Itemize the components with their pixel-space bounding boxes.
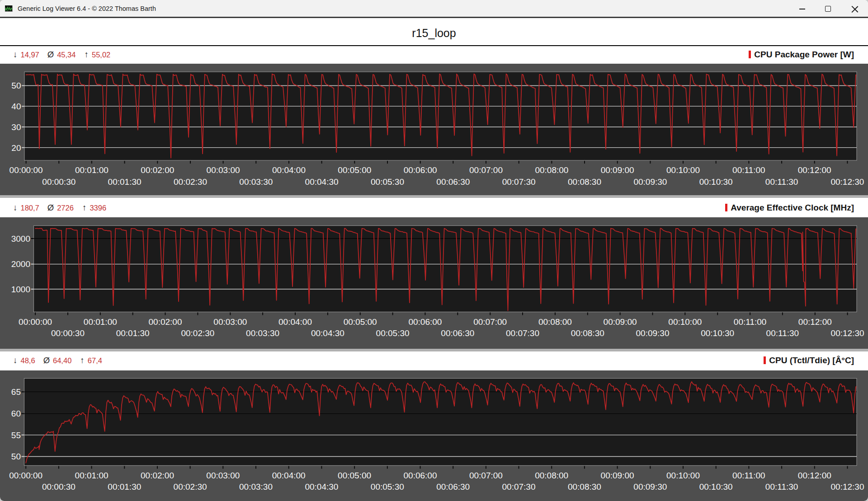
svg-text:55: 55	[11, 431, 21, 440]
svg-text:00:01:00: 00:01:00	[75, 471, 108, 480]
svg-text:40: 40	[11, 102, 21, 111]
svg-text:00:07:30: 00:07:30	[502, 177, 536, 187]
svg-text:1000: 1000	[11, 285, 30, 294]
svg-text:00:11:00: 00:11:00	[732, 165, 765, 175]
svg-text:00:02:30: 00:02:30	[181, 328, 214, 338]
svg-text:00:11:00: 00:11:00	[734, 317, 767, 327]
svg-text:00:02:30: 00:02:30	[174, 177, 207, 187]
svg-text:00:03:00: 00:03:00	[207, 165, 240, 175]
svg-text:00:07:30: 00:07:30	[506, 328, 539, 338]
svg-text:00:04:30: 00:04:30	[305, 482, 338, 492]
svg-text:00:01:30: 00:01:30	[108, 482, 141, 492]
svg-text:50: 50	[11, 452, 21, 461]
svg-text:00:05:30: 00:05:30	[371, 177, 404, 187]
svg-text:00:07:00: 00:07:00	[469, 165, 503, 175]
svg-text:00:03:30: 00:03:30	[239, 177, 273, 187]
svg-text:00:08:30: 00:08:30	[568, 177, 601, 187]
svg-text:00:04:00: 00:04:00	[272, 165, 306, 175]
svg-text:00:06:30: 00:06:30	[436, 177, 470, 187]
svg-text:00:00:30: 00:00:30	[42, 482, 75, 492]
svg-text:00:02:00: 00:02:00	[141, 471, 174, 480]
svg-text:00:11:30: 00:11:30	[765, 177, 798, 187]
svg-text:00:08:00: 00:08:00	[535, 165, 568, 175]
svg-text:00:00:30: 00:00:30	[51, 328, 85, 338]
svg-text:00:05:30: 00:05:30	[376, 328, 410, 338]
svg-text:00:10:30: 00:10:30	[699, 177, 733, 187]
svg-text:00:08:30: 00:08:30	[571, 328, 604, 338]
svg-text:00:05:00: 00:05:00	[338, 165, 371, 175]
svg-text:2000: 2000	[11, 259, 30, 269]
svg-text:00:05:30: 00:05:30	[371, 482, 404, 492]
svg-text:00:12:00: 00:12:00	[798, 165, 831, 175]
svg-text:30: 30	[11, 122, 21, 132]
svg-text:65: 65	[11, 387, 21, 397]
svg-text:00:10:00: 00:10:00	[668, 317, 702, 327]
svg-text:00:09:00: 00:09:00	[604, 317, 637, 327]
svg-text:00:12:30: 00:12:30	[831, 328, 864, 338]
svg-text:20: 20	[11, 143, 21, 153]
svg-text:00:09:00: 00:09:00	[601, 165, 634, 175]
svg-text:00:06:00: 00:06:00	[408, 317, 442, 327]
svg-text:00:10:00: 00:10:00	[666, 165, 700, 175]
svg-text:00:04:30: 00:04:30	[305, 177, 339, 187]
svg-text:00:02:00: 00:02:00	[149, 317, 182, 327]
svg-text:00:12:00: 00:12:00	[798, 471, 831, 480]
svg-text:00:09:30: 00:09:30	[636, 328, 670, 338]
svg-text:00:12:30: 00:12:30	[830, 177, 864, 187]
svg-text:00:12:00: 00:12:00	[798, 317, 832, 327]
svg-text:00:03:30: 00:03:30	[239, 482, 273, 492]
svg-text:00:02:30: 00:02:30	[174, 482, 207, 492]
svg-text:00:02:00: 00:02:00	[141, 165, 174, 175]
svg-text:00:01:00: 00:01:00	[84, 317, 117, 327]
svg-text:00:06:00: 00:06:00	[404, 471, 437, 480]
svg-text:00:07:00: 00:07:00	[473, 317, 507, 327]
svg-text:00:07:30: 00:07:30	[502, 482, 536, 492]
svg-text:00:03:30: 00:03:30	[246, 328, 279, 338]
svg-text:00:06:30: 00:06:30	[441, 328, 474, 338]
svg-text:00:08:00: 00:08:00	[538, 317, 572, 327]
svg-text:00:00:00: 00:00:00	[19, 317, 52, 327]
svg-text:00:01:00: 00:01:00	[75, 165, 108, 175]
svg-text:00:03:00: 00:03:00	[213, 317, 247, 327]
svg-text:00:10:30: 00:10:30	[701, 328, 734, 338]
svg-text:00:00:00: 00:00:00	[9, 471, 42, 480]
svg-text:00:06:00: 00:06:00	[404, 165, 437, 175]
svg-text:00:06:30: 00:06:30	[436, 482, 470, 492]
svg-text:3000: 3000	[11, 234, 30, 243]
svg-text:60: 60	[11, 409, 21, 418]
svg-text:00:00:30: 00:00:30	[42, 177, 75, 187]
svg-text:00:12:30: 00:12:30	[831, 482, 864, 492]
svg-text:00:10:00: 00:10:00	[666, 471, 700, 480]
svg-text:00:00:00: 00:00:00	[9, 165, 43, 175]
svg-text:00:09:00: 00:09:00	[601, 471, 634, 480]
svg-text:00:05:00: 00:05:00	[344, 317, 377, 327]
svg-text:00:01:30: 00:01:30	[116, 328, 150, 338]
svg-text:00:04:00: 00:04:00	[272, 471, 306, 480]
svg-text:00:09:30: 00:09:30	[633, 482, 667, 492]
svg-text:00:11:00: 00:11:00	[732, 471, 765, 480]
svg-text:00:08:30: 00:08:30	[568, 482, 601, 492]
svg-text:50: 50	[11, 81, 21, 90]
svg-text:00:11:30: 00:11:30	[765, 482, 798, 492]
svg-text:00:03:00: 00:03:00	[206, 471, 240, 480]
svg-text:00:09:30: 00:09:30	[633, 177, 667, 187]
svg-text:00:10:30: 00:10:30	[699, 482, 733, 492]
svg-text:00:04:00: 00:04:00	[278, 317, 312, 327]
svg-text:00:07:00: 00:07:00	[469, 471, 503, 480]
svg-text:00:11:30: 00:11:30	[766, 328, 799, 338]
svg-text:00:08:00: 00:08:00	[535, 471, 568, 480]
svg-text:00:01:30: 00:01:30	[108, 177, 142, 187]
svg-text:00:05:00: 00:05:00	[338, 471, 371, 480]
svg-text:00:04:30: 00:04:30	[311, 328, 344, 338]
